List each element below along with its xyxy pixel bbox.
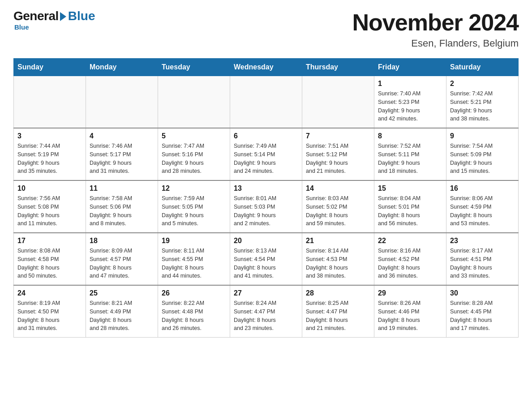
header-thursday: Thursday [302, 59, 374, 76]
day-number: 17 [17, 237, 82, 245]
day-number: 5 [162, 132, 226, 140]
day-info: Sunrise: 7:56 AMSunset: 5:08 PMDaylight:… [17, 194, 82, 228]
day-cell: 6Sunrise: 7:49 AMSunset: 5:14 PMDaylight… [230, 128, 302, 180]
header-friday: Friday [374, 59, 446, 76]
day-number: 7 [306, 132, 370, 140]
day-cell: 23Sunrise: 8:17 AMSunset: 4:51 PMDayligh… [446, 233, 519, 285]
day-info: Sunrise: 7:47 AMSunset: 5:16 PMDaylight:… [162, 142, 226, 176]
logo-blue-text: Blue [68, 9, 95, 23]
day-cell: 24Sunrise: 8:19 AMSunset: 4:50 PMDayligh… [14, 285, 86, 338]
day-cell: 9Sunrise: 7:54 AMSunset: 5:09 PMDaylight… [446, 128, 519, 180]
logo-arrow-icon [60, 12, 66, 21]
week-row-3: 10Sunrise: 7:56 AMSunset: 5:08 PMDayligh… [14, 180, 519, 233]
week-row-4: 17Sunrise: 8:08 AMSunset: 4:58 PMDayligh… [14, 233, 519, 285]
day-number: 13 [234, 184, 298, 193]
day-cell: 2Sunrise: 7:42 AMSunset: 5:21 PMDaylight… [446, 76, 519, 128]
day-number: 20 [234, 237, 298, 245]
logo-general-text: General [13, 9, 59, 23]
day-cell: 7Sunrise: 7:51 AMSunset: 5:12 PMDaylight… [302, 128, 374, 180]
day-number: 26 [162, 289, 226, 297]
title-section: November 2024 Esen, Flanders, Belgium [352, 9, 519, 49]
day-cell: 3Sunrise: 7:44 AMSunset: 5:19 PMDaylight… [14, 128, 86, 180]
day-cell: 16Sunrise: 8:06 AMSunset: 4:59 PMDayligh… [446, 180, 519, 233]
day-cell: 29Sunrise: 8:26 AMSunset: 4:46 PMDayligh… [374, 285, 446, 338]
header-sunday: Sunday [14, 59, 86, 76]
day-number: 10 [17, 184, 82, 193]
day-number: 8 [378, 132, 442, 140]
day-info: Sunrise: 7:42 AMSunset: 5:21 PMDaylight:… [450, 90, 515, 123]
week-row-5: 24Sunrise: 8:19 AMSunset: 4:50 PMDayligh… [14, 285, 519, 338]
day-cell: 10Sunrise: 7:56 AMSunset: 5:08 PMDayligh… [14, 180, 86, 233]
day-cell [302, 76, 374, 128]
day-cell: 19Sunrise: 8:11 AMSunset: 4:55 PMDayligh… [158, 233, 230, 285]
day-info: Sunrise: 8:28 AMSunset: 4:45 PMDaylight:… [450, 299, 515, 333]
day-cell: 8Sunrise: 7:52 AMSunset: 5:11 PMDaylight… [374, 128, 446, 180]
day-cell: 25Sunrise: 8:21 AMSunset: 4:49 PMDayligh… [86, 285, 158, 338]
day-number: 6 [234, 132, 298, 140]
day-cell: 30Sunrise: 8:28 AMSunset: 4:45 PMDayligh… [446, 285, 519, 338]
day-info: Sunrise: 8:24 AMSunset: 4:47 PMDaylight:… [234, 299, 298, 333]
day-info: Sunrise: 8:16 AMSunset: 4:52 PMDaylight:… [378, 247, 442, 280]
day-info: Sunrise: 7:52 AMSunset: 5:11 PMDaylight:… [378, 142, 442, 176]
day-cell: 26Sunrise: 8:22 AMSunset: 4:48 PMDayligh… [158, 285, 230, 338]
day-info: Sunrise: 7:40 AMSunset: 5:23 PMDaylight:… [378, 90, 442, 123]
day-cell [158, 76, 230, 128]
header-saturday: Saturday [446, 59, 519, 76]
logo-tagline: Blue [14, 23, 95, 31]
day-cell: 4Sunrise: 7:46 AMSunset: 5:17 PMDaylight… [86, 128, 158, 180]
day-number: 1 [378, 80, 442, 88]
month-title: November 2024 [352, 9, 519, 36]
day-number: 4 [90, 132, 154, 140]
day-info: Sunrise: 7:49 AMSunset: 5:14 PMDaylight:… [234, 142, 298, 176]
day-cell [86, 76, 158, 128]
day-number: 15 [378, 184, 442, 193]
day-number: 25 [90, 289, 154, 297]
day-number: 27 [234, 289, 298, 297]
day-cell: 15Sunrise: 8:04 AMSunset: 5:01 PMDayligh… [374, 180, 446, 233]
week-row-1: 1Sunrise: 7:40 AMSunset: 5:23 PMDaylight… [14, 76, 519, 128]
day-info: Sunrise: 7:51 AMSunset: 5:12 PMDaylight:… [306, 142, 370, 176]
page-header: General Blue Blue November 2024 Esen, Fl… [13, 9, 519, 49]
day-cell: 21Sunrise: 8:14 AMSunset: 4:53 PMDayligh… [302, 233, 374, 285]
day-number: 22 [378, 237, 442, 245]
day-cell: 11Sunrise: 7:58 AMSunset: 5:06 PMDayligh… [86, 180, 158, 233]
day-number: 23 [450, 237, 515, 245]
day-cell: 28Sunrise: 8:25 AMSunset: 4:47 PMDayligh… [302, 285, 374, 338]
day-info: Sunrise: 7:54 AMSunset: 5:09 PMDaylight:… [450, 142, 515, 176]
day-info: Sunrise: 8:22 AMSunset: 4:48 PMDaylight:… [162, 299, 226, 333]
day-number: 16 [450, 184, 515, 193]
day-info: Sunrise: 8:04 AMSunset: 5:01 PMDaylight:… [378, 194, 442, 228]
day-info: Sunrise: 8:19 AMSunset: 4:50 PMDaylight:… [17, 299, 82, 333]
location: Esen, Flanders, Belgium [352, 38, 519, 49]
header-monday: Monday [86, 59, 158, 76]
day-number: 12 [162, 184, 226, 193]
day-cell: 27Sunrise: 8:24 AMSunset: 4:47 PMDayligh… [230, 285, 302, 338]
day-number: 24 [17, 289, 82, 297]
day-number: 11 [90, 184, 154, 193]
day-info: Sunrise: 8:11 AMSunset: 4:55 PMDaylight:… [162, 247, 226, 280]
day-cell: 20Sunrise: 8:13 AMSunset: 4:54 PMDayligh… [230, 233, 302, 285]
day-info: Sunrise: 8:26 AMSunset: 4:46 PMDaylight:… [378, 299, 442, 333]
day-cell [230, 76, 302, 128]
day-info: Sunrise: 8:01 AMSunset: 5:03 PMDaylight:… [234, 194, 298, 228]
day-info: Sunrise: 7:44 AMSunset: 5:19 PMDaylight:… [17, 142, 82, 176]
day-number: 28 [306, 289, 370, 297]
day-info: Sunrise: 8:03 AMSunset: 5:02 PMDaylight:… [306, 194, 370, 228]
day-info: Sunrise: 8:14 AMSunset: 4:53 PMDaylight:… [306, 247, 370, 280]
day-cell: 18Sunrise: 8:09 AMSunset: 4:57 PMDayligh… [86, 233, 158, 285]
day-info: Sunrise: 8:09 AMSunset: 4:57 PMDaylight:… [90, 247, 154, 280]
day-info: Sunrise: 8:06 AMSunset: 4:59 PMDaylight:… [450, 194, 515, 228]
week-row-2: 3Sunrise: 7:44 AMSunset: 5:19 PMDaylight… [14, 128, 519, 180]
day-cell: 12Sunrise: 7:59 AMSunset: 5:05 PMDayligh… [158, 180, 230, 233]
header-tuesday: Tuesday [158, 59, 230, 76]
day-number: 18 [90, 237, 154, 245]
header-row: SundayMondayTuesdayWednesdayThursdayFrid… [14, 59, 519, 76]
day-number: 14 [306, 184, 370, 193]
day-info: Sunrise: 7:58 AMSunset: 5:06 PMDaylight:… [90, 194, 154, 228]
day-info: Sunrise: 8:21 AMSunset: 4:49 PMDaylight:… [90, 299, 154, 333]
day-number: 9 [450, 132, 515, 140]
day-cell: 22Sunrise: 8:16 AMSunset: 4:52 PMDayligh… [374, 233, 446, 285]
logo: General Blue Blue [13, 9, 95, 31]
day-info: Sunrise: 8:25 AMSunset: 4:47 PMDaylight:… [306, 299, 370, 333]
day-info: Sunrise: 7:46 AMSunset: 5:17 PMDaylight:… [90, 142, 154, 176]
